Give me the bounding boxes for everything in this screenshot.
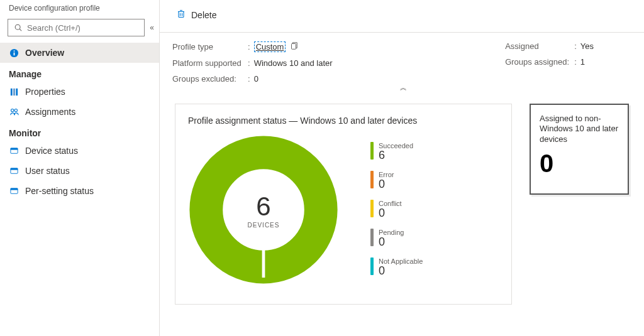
delete-icon (176, 9, 186, 21)
legend-item-succeeded: Succeeded 6 (370, 142, 423, 162)
delete-label: Delete (191, 10, 216, 20)
svg-rect-13 (10, 168, 17, 170)
sidebar-subtitle: Device configuration profile (0, 0, 159, 15)
svg-point-4 (13, 50, 14, 51)
legend-swatch (370, 171, 374, 188)
collapse-sidebar-icon[interactable]: « (150, 23, 152, 32)
legend-value: 0 (379, 236, 404, 249)
sidebar-item-user-status[interactable]: User status (0, 161, 159, 181)
svg-rect-15 (10, 188, 17, 190)
svg-rect-3 (13, 52, 14, 55)
info-icon (9, 48, 19, 58)
groups-assigned-label: Groups assigned: (505, 57, 574, 67)
copy-icon[interactable] (289, 41, 298, 52)
svg-rect-21 (292, 44, 296, 50)
legend-value: 0 (379, 265, 423, 278)
sidebar-item-label: User status (25, 166, 70, 176)
sidebar-item-properties[interactable]: Properties (0, 82, 159, 102)
profile-type-value[interactable]: Custom (254, 41, 286, 52)
svg-rect-16 (179, 12, 184, 18)
sidebar-item-overview[interactable]: Overview (0, 43, 159, 63)
sidebar-item-label: Per-setting status (25, 186, 94, 196)
sidebar-item-device-status[interactable]: Device status (0, 141, 159, 161)
assigned-label: Assigned (505, 41, 574, 51)
legend-swatch (370, 142, 374, 160)
chart-legend: Succeeded 6 Error 0 (370, 142, 423, 277)
search-box[interactable] (8, 19, 145, 36)
sidebar-item-label: Properties (25, 87, 65, 97)
device-status-icon (9, 146, 19, 156)
svg-line-1 (19, 29, 21, 31)
groups-assigned-value: 1 (580, 57, 585, 67)
sidebar-item-label: Assignments (25, 107, 75, 117)
assigned-value: Yes (580, 41, 594, 51)
properties-icon (9, 87, 19, 97)
user-status-icon (9, 166, 19, 176)
search-input[interactable] (27, 23, 139, 33)
legend-item-pending: Pending 0 (370, 229, 423, 249)
sidebar-section-manage: Manage (0, 63, 159, 82)
donut-chart: 6 DEVICES (188, 134, 339, 285)
svg-point-0 (15, 24, 20, 30)
non-platform-card[interactable]: Assigned to non-Windows 10 and later dev… (530, 104, 629, 195)
groups-excluded-value: 0 (254, 74, 258, 84)
main-content: Delete Profile type : Custom Platform su… (160, 0, 644, 336)
per-setting-status-icon (9, 187, 19, 196)
sidebar-item-per-setting-status[interactable]: Per-setting status (0, 181, 159, 201)
legend-swatch (370, 200, 374, 217)
profile-type-label: Profile type (172, 42, 248, 51)
legend-item-error: Error 0 (370, 171, 423, 191)
legend-item-not-applicable: Not Applicable 0 (370, 257, 423, 278)
svg-point-8 (11, 109, 13, 111)
groups-excluded-label: Groups excluded: (172, 74, 248, 84)
sidebar-item-assignments[interactable]: Assignments (0, 102, 159, 122)
info-block: Profile type : Custom Platform supported… (160, 33, 644, 89)
platform-value: Windows 10 and later (254, 58, 333, 68)
svg-rect-5 (10, 88, 12, 95)
sidebar: Device configuration profile « Overview … (0, 0, 160, 336)
svg-rect-7 (16, 88, 18, 95)
platform-label: Platform supported (172, 58, 248, 68)
sidebar-section-monitor: Monitor (0, 122, 159, 141)
status-card-title: Profile assignment status — Windows 10 a… (188, 116, 499, 126)
sidebar-item-label: Device status (25, 146, 78, 156)
toolbar: Delete (160, 0, 644, 33)
collapse-info-icon[interactable]: ︽ (400, 83, 404, 92)
sidebar-item-label: Overview (25, 48, 64, 58)
legend-value: 6 (379, 149, 413, 162)
legend-swatch (370, 229, 374, 246)
legend-swatch (370, 257, 374, 275)
svg-rect-6 (13, 88, 15, 95)
delete-button[interactable]: Delete (172, 6, 220, 23)
legend-name: Not Applicable (379, 257, 423, 265)
non-platform-label: Assigned to non-Windows 10 and later dev… (540, 114, 620, 144)
legend-item-conflict: Conflict 0 (370, 200, 423, 220)
assignment-status-card: Profile assignment status — Windows 10 a… (175, 104, 512, 305)
legend-value: 0 (379, 207, 402, 220)
assignments-icon (9, 107, 19, 117)
non-platform-value: 0 (540, 151, 620, 176)
svg-point-9 (14, 109, 17, 111)
svg-rect-11 (10, 148, 17, 149)
legend-value: 0 (379, 178, 394, 191)
search-icon (13, 23, 23, 32)
